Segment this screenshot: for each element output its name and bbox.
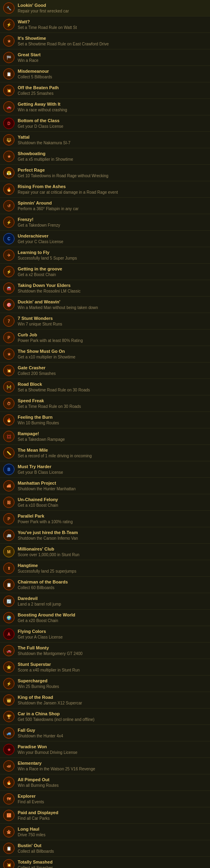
achievement-text: Flying ColorsGet your A Class License <box>18 628 207 639</box>
achievement-item[interactable]: ⬆HangtimeSuccessfully land 25 superjumps <box>0 560 210 577</box>
achievement-desc: Win all Burning Routes <box>18 783 207 788</box>
achievement-item[interactable]: 💥Off the Beaten PathCollect 25 Smashes <box>0 82 210 99</box>
achievement-item[interactable]: ⏱Speed FreakSet a Time Road Rule on 30 R… <box>0 395 210 412</box>
achievement-icon: 🅿 <box>3 810 14 821</box>
achievement-item[interactable]: 🔥Feeling the BurnWin 10 Burning Routes <box>0 412 210 428</box>
achievement-item[interactable]: 🚐You've just hired the B-TeamShutdown th… <box>0 527 210 544</box>
achievement-desc: Set a Showtime Road Rule on East Crawfor… <box>18 41 207 47</box>
achievement-item[interactable]: ★The Show Must Go OnGet a x10 multiplier… <box>0 346 210 362</box>
achievement-item[interactable]: 🔥Rising From the AshesRepair your car at… <box>0 181 210 198</box>
achievement-text: Gate CrasherCollect 200 Smashes <box>18 365 207 376</box>
achievement-item[interactable]: PParallel ParkPower Park with a 100% rat… <box>0 511 210 527</box>
achievement-title: Explorer <box>18 793 207 799</box>
achievement-icon: ⚡ <box>3 678 14 689</box>
achievement-item[interactable]: 📏The Mean MileSet a record of 1 mile dri… <box>0 445 210 461</box>
achievement-title: Fall Guy <box>18 727 207 733</box>
achievement-text: Parallel ParkPower Park with a 100% rati… <box>18 513 207 524</box>
achievement-item[interactable]: ⭐Stunt SuperstarScore a x40 multiplier i… <box>0 659 210 676</box>
achievement-title: King of the Road <box>18 694 207 700</box>
achievement-item[interactable]: 🚗Getting Away With ItWin a race without … <box>0 99 210 115</box>
achievement-item[interactable]: 🔱YattalShutdown the Nakamura SI-7 <box>0 132 210 148</box>
achievement-item[interactable]: ⚡Frenzy!Get a Takedown Frenzy <box>0 214 210 231</box>
achievement-icon: D <box>3 118 14 129</box>
achievement-icon: ★ <box>3 35 14 47</box>
achievement-title: Elementary <box>18 760 207 766</box>
achievement-title: Manhattan Project <box>18 480 207 486</box>
achievement-item[interactable]: ⛓Un-Chained FelonyGet a x10 Boost Chain <box>0 494 210 511</box>
achievement-text: You've just hired the B-TeamShutdown the… <box>18 530 207 540</box>
achievement-icon: 🏁 <box>3 52 14 63</box>
achievement-text: Paradise WonWin your Burnout Driving Lic… <box>18 744 207 755</box>
achievement-title: 7 Stunt Wonders <box>18 315 207 321</box>
achievement-item[interactable]: 🚗The Full MontyShutdown the Montgomery G… <box>0 643 210 659</box>
achievement-icon: 🔥 <box>3 184 14 195</box>
achievement-item[interactable]: 💢Rampage!Set a Takedown Rampage <box>0 428 210 445</box>
achievement-item[interactable]: PCurb JobPower Park with at least 80% Ra… <box>0 330 210 346</box>
achievement-desc: Power Park with a 100% rating <box>18 519 207 524</box>
achievement-item[interactable]: ★Paradise WonWin your Burnout Driving Li… <box>0 741 210 758</box>
achievement-item[interactable]: 🚘Taking Down Your EldersShutdown the Ros… <box>0 280 210 297</box>
achievement-title: Boosting Around the World <box>18 612 207 618</box>
achievement-item[interactable]: 📋Bustin' OutCollect all Billboards <box>0 840 210 857</box>
achievement-icon: ↺ <box>3 200 14 211</box>
achievement-item[interactable]: 🔥All Pimped OutWin all Burning Routes <box>0 774 210 791</box>
achievement-item[interactable]: MMillionaires' ClubScore over 1,000,000 … <box>0 544 210 560</box>
achievement-item[interactable]: 💥Totally SmashedCollect all Smashes <box>0 857 210 868</box>
achievement-title: Great Start <box>18 52 207 57</box>
achievement-item[interactable]: 🚧Road BlockSet a Showtime Road Rule on 3… <box>0 379 210 395</box>
achievement-desc: Get a x2 Boost Chain <box>18 272 207 277</box>
achievement-title: Off the Beaten Path <box>18 85 207 90</box>
achievement-desc: Set a record of 1 mile driving in oncomi… <box>18 453 207 459</box>
achievement-item[interactable]: 👑King of the RoadShutdown the Jansen X12… <box>0 692 210 708</box>
achievement-item[interactable]: 🔄DaredevilLand a 2 barrel roll jump <box>0 593 210 610</box>
achievement-item[interactable]: ★It's ShowtimeSet a Showtime Road Rule o… <box>0 33 210 49</box>
achievement-item[interactable]: 💥Gate CrasherCollect 200 Smashes <box>0 362 210 379</box>
achievement-title: Taking Down Your Elders <box>18 283 207 288</box>
achievement-icon: 💥 <box>3 85 14 96</box>
achievement-desc: Score a x40 multiplier in Stunt Run <box>18 667 207 673</box>
achievement-title: Millionaires' Club <box>18 546 207 552</box>
achievement-item[interactable]: 🏙Manhattan ProjectShutdown the Hunter Ma… <box>0 478 210 494</box>
achievement-item[interactable]: 🔧Lookin' GoodRepair your first wrecked c… <box>0 0 210 16</box>
achievement-item[interactable]: 🌍Boosting Around the WorldGet a x20 Boos… <box>0 610 210 626</box>
achievement-text: Chairman of the BoardsCollect 60 Billboa… <box>18 579 207 590</box>
achievement-item[interactable]: ⚡SuperchargedWin 25 Burning Routes <box>0 676 210 692</box>
achievement-text: Fall GuyShutdown the Hunter 4x4 <box>18 727 207 738</box>
achievement-icon: 🏎 <box>3 760 14 772</box>
achievement-item[interactable]: ✈Learning to FlySuccessfully land 5 Supe… <box>0 247 210 264</box>
achievement-text: Manhattan ProjectShutdown the Hunter Man… <box>18 480 207 491</box>
achievement-item[interactable]: ★ShowboatingGet a x5 multiplier in Showt… <box>0 148 210 165</box>
achievement-item[interactable]: ⚡Watt?Set a Time Road Rule on Watt St <box>0 16 210 33</box>
achievement-icon: ⏱ <box>3 398 14 409</box>
achievement-title: Feeling the Burn <box>18 414 207 420</box>
achievement-item[interactable]: 🏁Great StartWin a Race <box>0 49 210 66</box>
achievement-item[interactable]: 📋Chairman of the BoardsCollect 60 Billbo… <box>0 577 210 593</box>
achievement-desc: Set a Time Road Rule on Watt St <box>18 25 207 30</box>
achievement-item[interactable]: 📋MisdemeanourCollect 5 Billboards <box>0 66 210 82</box>
achievement-item[interactable]: AFlying ColorsGet your A Class License <box>0 626 210 643</box>
achievement-item[interactable]: 77 Stunt WondersWin 7 unique Stunt Runs <box>0 313 210 330</box>
achievement-icon: ⬆ <box>3 563 14 574</box>
achievement-item[interactable]: 🚙Fall GuyShutdown the Hunter 4x4 <box>0 725 210 741</box>
achievement-item[interactable]: 😤Perfect RageGet 10 Takedowns in Road Ra… <box>0 165 210 181</box>
achievement-desc: Collect 5 Billboards <box>18 74 207 80</box>
achievement-item[interactable]: ⚡Getting in the grooveGet a x2 Boost Cha… <box>0 264 210 280</box>
achievement-item[interactable]: 🎯Duckin' and Weavin'Win a Marked Man wit… <box>0 297 210 313</box>
achievement-icon: 🏙 <box>3 480 14 491</box>
achievement-item[interactable]: 🅿Paid and DisplayedFind all Car Parks <box>0 807 210 824</box>
achievement-icon: 🚙 <box>3 727 14 739</box>
achievement-item[interactable]: 🛣Long HaulDrive 750 miles <box>0 824 210 840</box>
achievement-item[interactable]: CUnderachieverGet your C Class License <box>0 231 210 247</box>
achievement-text: YattalShutdown the Nakamura SI-7 <box>18 134 207 145</box>
achievement-text: Perfect RageGet 10 Takedowns in Road Rag… <box>18 167 207 178</box>
achievement-text: Off the Beaten PathCollect 25 Smashes <box>18 85 207 96</box>
achievement-item[interactable]: DBottom of the ClassGet your D Class Lic… <box>0 115 210 132</box>
achievement-item[interactable]: 🏆Car in a China ShopGet 500 Takedowns (i… <box>0 708 210 725</box>
achievement-desc: Collect all Smashes <box>18 865 207 868</box>
achievement-icon: 🔧 <box>3 2 14 14</box>
achievement-item[interactable]: 🗺ExplorerFind all Events <box>0 791 210 807</box>
achievement-icon: B <box>3 464 14 475</box>
achievement-item[interactable]: ↺Spinnin' AroundPerform a 360° Flatspin … <box>0 198 210 214</box>
achievement-item[interactable]: 🏎ElementaryWin a Race in the Watson 25 V… <box>0 758 210 774</box>
achievement-item[interactable]: BMust Try HarderGet your B Class License <box>0 461 210 478</box>
